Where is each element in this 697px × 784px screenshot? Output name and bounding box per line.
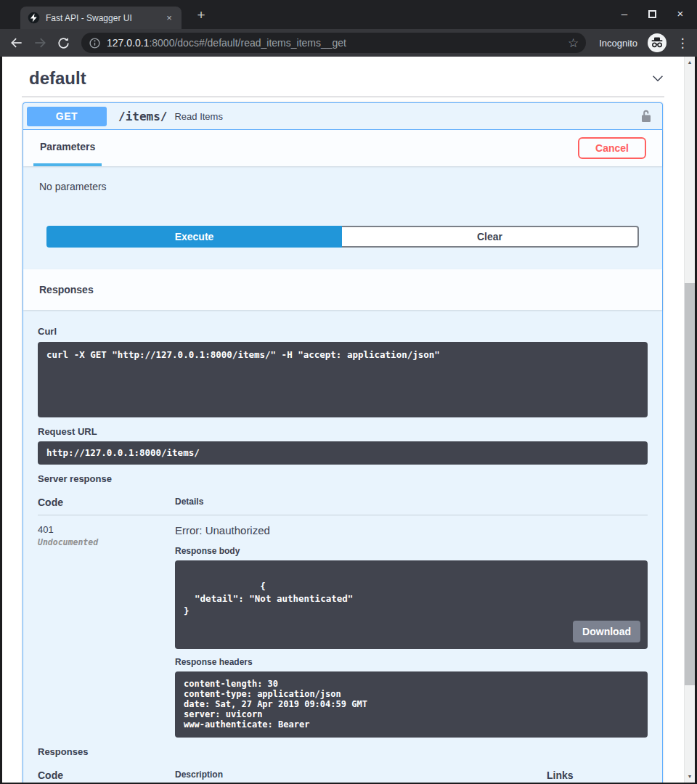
responses-section-header: Responses (23, 269, 662, 310)
incognito-label: Incognito (599, 38, 637, 49)
page-info-icon[interactable] (89, 37, 101, 49)
tab-strip: Fast API - Swagger UI × + – × (0, 0, 697, 29)
incognito-icon (648, 33, 667, 52)
opblock-get-items: GET /items/ Read Items Parameters Cancel… (23, 102, 663, 783)
back-button[interactable] (7, 33, 26, 52)
maximize-button[interactable] (648, 10, 656, 18)
code-column-header: Code (38, 497, 175, 508)
url-host: 127.0.0.1 (107, 37, 149, 49)
bookmark-star-icon[interactable]: ☆ (568, 36, 579, 51)
close-window-button[interactable]: × (674, 7, 687, 21)
forward-arrow-icon (33, 36, 47, 50)
server-response-label: Server response (38, 473, 648, 484)
status-code: 401 (38, 524, 175, 535)
reload-icon (57, 36, 70, 50)
description-column-header: Description (175, 769, 547, 781)
tag-title: default (29, 68, 86, 89)
fastapi-favicon-icon (28, 12, 40, 24)
request-url-value: http://127.0.0.1:8000/items/ (38, 441, 648, 465)
status-code-cell: 401 Undocumented (38, 524, 175, 738)
operation-summary[interactable]: GET /items/ Read Items (23, 103, 662, 130)
response-headers-block: content-length: 30 content-type: applica… (175, 671, 648, 738)
operation-path: /items/ (118, 110, 167, 123)
page-content: default GET /items/ Read Items Parameter… (2, 57, 684, 783)
tab-close-icon[interactable]: × (163, 12, 176, 25)
error-title: Error: Unauthorized (175, 524, 648, 536)
url-text: 127.0.0.1:8000/docs#/default/read_items_… (107, 37, 562, 49)
reload-button[interactable] (54, 33, 73, 52)
tab-parameters[interactable]: Parameters (33, 130, 102, 166)
server-response-row: 401 Undocumented Error: Unauthorized Res… (38, 515, 648, 738)
response-details-cell: Error: Unauthorized Response body { "det… (175, 524, 648, 738)
download-button[interactable]: Download (573, 621, 640, 642)
response-body-label: Response body (175, 546, 648, 556)
curl-label: Curl (38, 326, 648, 337)
minimize-button[interactable]: – (618, 7, 631, 21)
browser-tab[interactable]: Fast API - Swagger UI × (20, 7, 182, 29)
documented-responses-label: Responses (38, 746, 648, 757)
documented-responses-table-header: Code Description Links (38, 769, 648, 783)
response-headers-label: Response headers (175, 657, 648, 667)
url-path: :8000/docs#/default/read_items_items__ge… (149, 37, 346, 49)
swagger-page: default GET /items/ Read Items Parameter… (0, 57, 697, 784)
browser-toolbar: 127.0.0.1:8000/docs#/default/read_items_… (0, 29, 697, 57)
operation-description: Read Items (174, 111, 222, 122)
cancel-button[interactable]: Cancel (578, 137, 646, 159)
undocumented-note: Undocumented (38, 537, 175, 547)
response-body-block: { "detail": "Not authenticated" } Downlo… (175, 560, 648, 649)
response-body-json: { "detail": "Not authenticated" } (184, 581, 353, 616)
curl-command: curl -X GET "http://127.0.0.1:8000/items… (38, 342, 648, 417)
scroll-down-icon[interactable]: ▼ (685, 773, 695, 780)
method-badge: GET (27, 107, 107, 126)
address-bar[interactable]: 127.0.0.1:8000/docs#/default/read_items_… (81, 33, 586, 53)
no-parameters-text: No parameters (23, 166, 662, 192)
server-response-table-header: Code Details (38, 497, 648, 515)
unlocked-padlock-icon[interactable] (639, 108, 653, 124)
code-column-header: Code (38, 769, 175, 781)
execute-wrapper: Execute Clear (23, 192, 662, 269)
tab-title: Fast API - Swagger UI (46, 13, 157, 23)
browser-menu-icon[interactable]: ⋮ (675, 36, 690, 51)
execute-button[interactable]: Execute (46, 226, 342, 248)
parameters-header: Parameters Cancel (23, 130, 662, 166)
forward-button[interactable] (30, 33, 49, 52)
tag-section-header[interactable]: default (2, 57, 684, 89)
page-scrollbar[interactable]: ▲ ▼ (684, 57, 695, 783)
responses-section-title: Responses (39, 284, 94, 295)
clear-button[interactable]: Clear (342, 226, 639, 248)
scrollbar-thumb[interactable] (685, 283, 695, 685)
new-tab-button[interactable]: + (192, 6, 211, 25)
section-divider (22, 97, 664, 97)
request-url-label: Request URL (38, 426, 648, 437)
window-controls: – × (618, 7, 687, 21)
links-column-header: Links (547, 769, 648, 781)
back-arrow-icon (9, 36, 24, 50)
details-column-header: Details (175, 497, 203, 508)
responses-inner: Curl curl -X GET "http://127.0.0.1:8000/… (23, 310, 662, 783)
chevron-down-icon[interactable] (650, 70, 666, 86)
scroll-up-icon[interactable]: ▲ (685, 59, 695, 66)
